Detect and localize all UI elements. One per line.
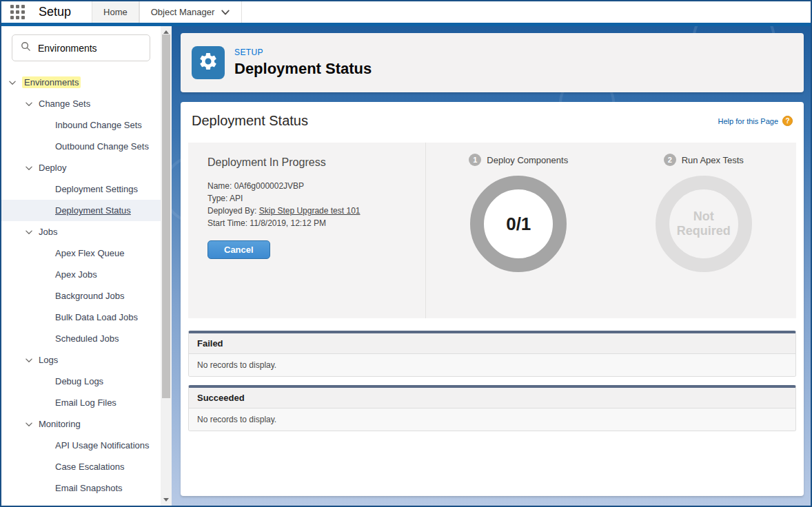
setup-tree: Environments Change Sets Inbound Change …	[1, 72, 161, 499]
sidebar-item-label: Email Log Files	[55, 397, 116, 408]
sidebar-item-environments[interactable]: Environments	[1, 72, 161, 93]
help-for-this-page-link[interactable]: Help for this Page	[718, 117, 778, 125]
failed-section-header: Failed	[189, 333, 795, 354]
sidebar-item-label: Scheduled Jobs	[55, 333, 119, 344]
main-region: SETUP Deployment Status Deployment Statu…	[172, 26, 811, 506]
step-deploy-components: 1 Deploy Components 0/1	[426, 143, 611, 318]
sidebar-item-label: Case Escalations	[55, 462, 124, 472]
run-apex-tests-progress-ring: Not Required	[656, 176, 752, 272]
chevron-down-icon	[25, 420, 33, 428]
step-run-apex-tests: 2 Run Apex Tests Not Required	[611, 143, 797, 318]
sidebar-item-bulk-data-load-jobs[interactable]: Bulk Data Load Jobs	[1, 307, 161, 328]
help-icon[interactable]: ?	[782, 116, 793, 126]
sidebar-item-label: Deploy	[39, 163, 66, 173]
tab-home-label: Home	[103, 7, 128, 17]
deployment-info-pane: Deployment In Progress Name: 0Af6g000002…	[188, 143, 426, 318]
quick-find-input[interactable]	[38, 43, 141, 54]
run-apex-tests-status: Not Required	[675, 209, 733, 238]
chevron-down-icon	[221, 8, 230, 17]
sidebar-item-label: Apex Jobs	[55, 269, 97, 280]
sidebar-item-label: Debug Logs	[55, 376, 103, 386]
setup-tile	[192, 46, 225, 79]
sidebar-scrollbar[interactable]	[161, 26, 172, 506]
scrollbar-down-arrow[interactable]	[163, 498, 169, 501]
app-title: Setup	[33, 1, 92, 23]
chevron-down-icon	[8, 79, 17, 87]
sidebar-item-label: API Usage Notifications	[55, 440, 150, 451]
deployment-deployed-by-line: Deployed By: Skip Step Upgrade test 101	[207, 205, 425, 217]
tab-home[interactable]: Home	[92, 1, 139, 23]
sidebar-item-label: Email Snapshots	[55, 483, 123, 493]
content-title: Deployment Status	[192, 113, 308, 129]
sidebar-item-api-usage-notifications[interactable]: API Usage Notifications	[1, 435, 161, 456]
sidebar-item-apex-flex-queue[interactable]: Apex Flex Queue	[1, 242, 161, 264]
succeeded-section-header: Succeeded	[189, 388, 795, 408]
tab-object-manager-label: Object Manager	[151, 7, 215, 17]
sidebar-item-label: Monitoring	[39, 419, 81, 429]
quick-find-box	[12, 34, 150, 61]
global-header: Setup Home Object Manager	[1, 1, 811, 23]
sidebar-item-label: Jobs	[39, 227, 57, 237]
app-launcher-button[interactable]	[1, 1, 33, 23]
sidebar-item-label: Inbound Change Sets	[55, 120, 142, 130]
sidebar-item-scheduled-jobs[interactable]: Scheduled Jobs	[1, 328, 161, 349]
chevron-down-icon	[25, 228, 33, 236]
deployment-in-progress-title: Deployment In Progress	[207, 156, 425, 169]
sidebar-item-label: Deployment Settings	[55, 184, 138, 194]
deployment-status-card: Deployment Status Help for this Page ? D…	[181, 102, 804, 496]
sidebar-item-label: Background Jobs	[55, 291, 124, 301]
sidebar-item-label: Logs	[39, 355, 58, 365]
succeeded-section-empty-text: No records to display.	[189, 408, 795, 431]
salesforce-setup-window: Setup Home Object Manager	[0, 0, 812, 507]
sidebar-item-inbound-change-sets[interactable]: Inbound Change Sets	[1, 114, 161, 136]
cancel-button[interactable]: Cancel	[207, 240, 270, 259]
search-icon	[21, 41, 31, 54]
chevron-down-icon	[25, 356, 33, 364]
scrollbar-up-arrow[interactable]	[163, 30, 169, 34]
sidebar-item-email-log-files[interactable]: Email Log Files	[1, 392, 161, 413]
sidebar-item-background-jobs[interactable]: Background Jobs	[1, 285, 161, 307]
gear-icon	[198, 51, 219, 74]
sidebar-item-jobs[interactable]: Jobs	[1, 221, 161, 242]
setup-header-title: Deployment Status	[234, 60, 372, 78]
deploy-components-count: 0/1	[506, 214, 531, 235]
step-2-label: Run Apex Tests	[682, 155, 744, 165]
failed-section-empty-text: No records to display.	[189, 354, 795, 376]
sidebar-item-logs[interactable]: Logs	[1, 349, 161, 371]
sidebar-item-case-escalations[interactable]: Case Escalations	[1, 456, 161, 477]
sidebar-item-label: Environments	[22, 76, 81, 88]
step-1-label: Deploy Components	[487, 155, 568, 165]
sidebar-item-apex-jobs[interactable]: Apex Jobs	[1, 264, 161, 285]
setup-sidebar: Environments Change Sets Inbound Change …	[1, 26, 161, 506]
succeeded-section: Succeeded No records to display.	[188, 385, 796, 431]
deploy-components-progress-ring: 0/1	[470, 176, 567, 272]
sidebar-item-debug-logs[interactable]: Debug Logs	[1, 371, 161, 392]
sidebar-item-label: Outbound Change Sets	[55, 141, 149, 152]
chevron-down-icon	[25, 100, 33, 108]
app-launcher-icon	[10, 5, 25, 19]
sidebar-item-deploy[interactable]: Deploy	[1, 157, 161, 178]
failed-section: Failed No records to display.	[188, 331, 796, 377]
sidebar-item-label: Apex Flex Queue	[55, 248, 124, 258]
setup-eyebrow: SETUP	[234, 48, 372, 57]
step-2-badge: 2	[664, 154, 676, 166]
deployment-start-time-line: Start Time: 11/8/2019, 12:12 PM	[207, 217, 425, 229]
chevron-down-icon	[25, 164, 33, 172]
sidebar-item-label: Change Sets	[39, 99, 90, 109]
tab-object-manager[interactable]: Object Manager	[139, 1, 243, 23]
sidebar-item-change-sets[interactable]: Change Sets	[1, 93, 161, 114]
scrollbar-thumb[interactable]	[162, 34, 170, 398]
deployed-by-link[interactable]: Skip Step Upgrade test 101	[259, 206, 361, 216]
sidebar-item-label: Deployment Status	[55, 205, 131, 216]
setup-page-header: SETUP Deployment Status	[181, 33, 804, 92]
sidebar-item-email-snapshots[interactable]: Email Snapshots	[1, 477, 161, 499]
deployment-name-line: Name: 0Af6g000002JVBP	[207, 180, 425, 192]
step-1-badge: 1	[469, 154, 481, 166]
deployment-type-line: Type: API	[207, 192, 425, 205]
sidebar-item-outbound-change-sets[interactable]: Outbound Change Sets	[1, 136, 161, 157]
sidebar-item-label: Bulk Data Load Jobs	[55, 312, 138, 322]
deployment-progress-panel: Deployment In Progress Name: 0Af6g000002…	[188, 143, 796, 318]
sidebar-item-deployment-status[interactable]: Deployment Status	[1, 200, 161, 221]
sidebar-item-deployment-settings[interactable]: Deployment Settings	[1, 178, 161, 200]
sidebar-item-monitoring[interactable]: Monitoring	[1, 413, 161, 435]
